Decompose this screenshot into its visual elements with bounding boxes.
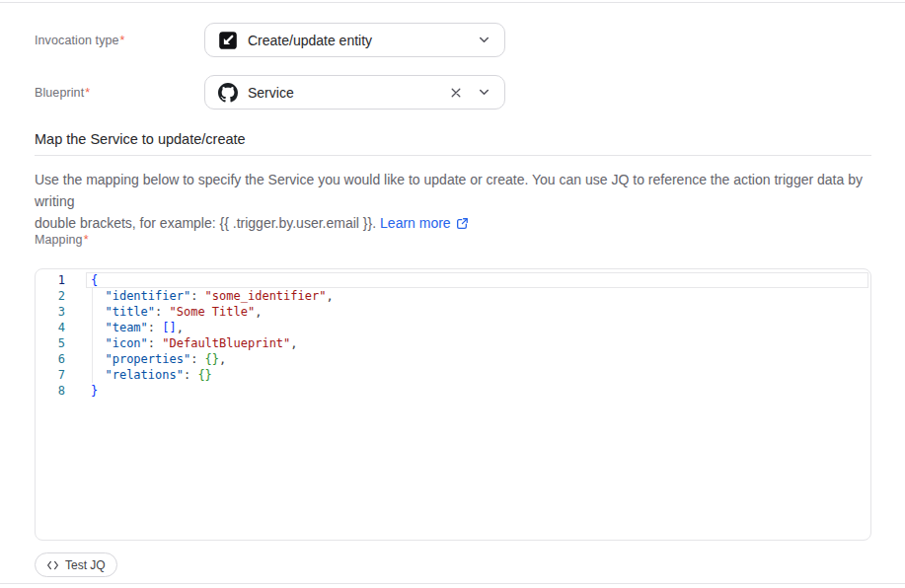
required-asterisk: *	[120, 34, 125, 47]
blueprint-label: Blueprint*	[35, 85, 90, 101]
code-brackets-icon	[46, 560, 59, 570]
code-text: {	[91, 272, 98, 288]
description-line1: Use the mapping below to specify the Ser…	[35, 172, 863, 209]
code-text: "icon": "DefaultBlueprint",	[91, 335, 298, 351]
section-divider	[35, 155, 871, 156]
external-link-icon[interactable]	[456, 214, 469, 236]
clear-selection-icon[interactable]	[447, 84, 465, 102]
top-divider	[0, 2, 905, 3]
line-number: 2	[36, 288, 65, 304]
required-asterisk: *	[85, 86, 90, 100]
code-line[interactable]: 5 "icon": "DefaultBlueprint",	[36, 335, 870, 351]
line-number: 7	[36, 367, 65, 383]
code-line[interactable]: 2 "identifier": "some_identifier",	[36, 288, 870, 304]
description-line2: double brackets, for example: {{ .trigge…	[35, 215, 376, 231]
test-jq-label: Test JQ	[65, 558, 106, 572]
code-text: "identifier": "some_identifier",	[91, 288, 334, 304]
blueprint-label-text: Blueprint	[35, 86, 84, 100]
section-description: Use the mapping below to specify the Ser…	[35, 169, 883, 236]
section-heading: Map the Service to update/create	[35, 131, 246, 147]
action-form-page: Invocation type* Create/update entity Bl…	[0, 0, 905, 588]
mapping-label-text: Mapping	[35, 233, 83, 247]
mapping-code-editor[interactable]: 1{2 "identifier": "some_identifier",3 "t…	[35, 268, 871, 541]
code-line[interactable]: 7 "relations": {}	[36, 367, 870, 383]
blueprint-value: Service	[248, 85, 447, 101]
code-line[interactable]: 6 "properties": {},	[36, 351, 870, 367]
code-text: "properties": {},	[91, 351, 226, 367]
mapping-label: Mapping*	[35, 232, 89, 248]
line-number: 8	[36, 383, 65, 399]
upsert-entity-icon	[218, 31, 238, 50]
line-number: 6	[36, 351, 65, 367]
test-jq-button[interactable]: Test JQ	[35, 552, 117, 577]
invocation-type-value: Create/update entity	[248, 33, 475, 48]
code-lines: 1{2 "identifier": "some_identifier",3 "t…	[36, 269, 870, 399]
bottom-divider	[0, 583, 905, 584]
code-text: "team": [],	[91, 320, 184, 335]
blueprint-select[interactable]: Service	[204, 75, 505, 110]
code-line[interactable]: 4 "team": [],	[36, 320, 870, 335]
invocation-type-label-text: Invocation type	[35, 34, 119, 47]
code-text: }	[91, 383, 98, 399]
learn-more-link[interactable]: Learn more	[380, 215, 451, 231]
required-asterisk: *	[84, 233, 89, 247]
code-text: "relations": {}	[91, 367, 212, 383]
code-line[interactable]: 8}	[36, 383, 870, 399]
invocation-type-label: Invocation type*	[35, 33, 125, 48]
chevron-down-icon[interactable]	[475, 84, 492, 102]
github-icon	[218, 83, 238, 103]
code-line[interactable]: 1{	[36, 272, 870, 288]
code-text: "title": "Some Title",	[91, 304, 262, 320]
line-number: 3	[36, 304, 65, 320]
line-number: 5	[36, 335, 65, 351]
code-line[interactable]: 3 "title": "Some Title",	[36, 304, 870, 320]
chevron-down-icon[interactable]	[475, 32, 492, 49]
invocation-type-select[interactable]: Create/update entity	[204, 23, 505, 57]
line-number: 1	[36, 272, 65, 288]
line-number: 4	[36, 320, 65, 335]
